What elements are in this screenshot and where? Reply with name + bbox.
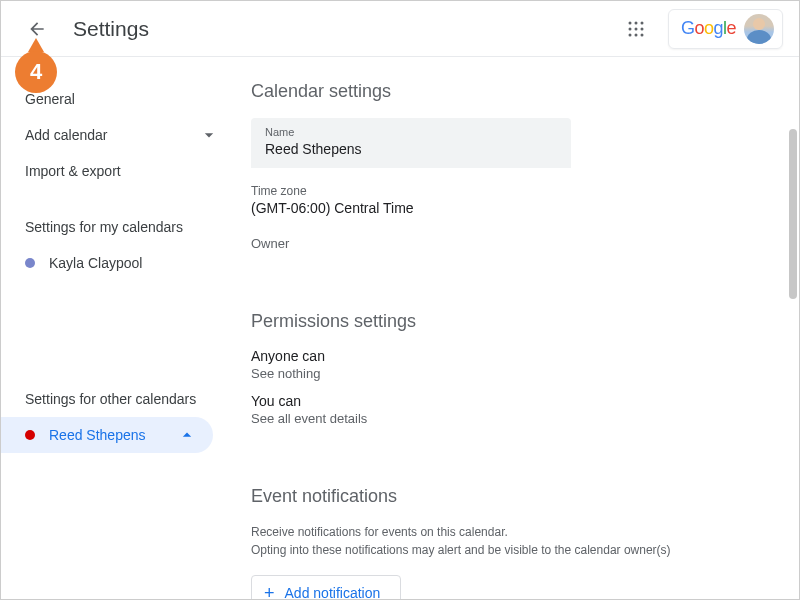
add-notification-button[interactable]: + Add notification [251, 575, 401, 600]
perm-anyone-can: Anyone can [251, 348, 759, 364]
svg-point-2 [640, 21, 643, 24]
apps-grid-button[interactable] [616, 9, 656, 49]
name-field-label: Name [265, 126, 557, 138]
svg-point-0 [628, 21, 631, 24]
perm-see-nothing: See nothing [251, 366, 759, 381]
chevron-down-icon [199, 125, 219, 145]
name-field[interactable]: Name Reed Sthepens [251, 118, 571, 168]
google-logo: Google [681, 18, 736, 39]
scrollbar-thumb[interactable] [789, 129, 797, 299]
calendar-color-dot [25, 430, 35, 440]
arrow-left-icon [27, 19, 47, 39]
section-title-calendar-settings: Calendar settings [251, 81, 759, 102]
timezone-label: Time zone [251, 184, 759, 198]
section-title-event-notifications: Event notifications [251, 486, 759, 507]
svg-point-1 [634, 21, 637, 24]
svg-point-6 [628, 33, 631, 36]
sidebar-item-general[interactable]: General [1, 81, 235, 117]
perm-you-can: You can [251, 393, 759, 409]
name-field-value: Reed Sthepens [265, 141, 362, 157]
apps-grid-icon [627, 20, 645, 38]
svg-point-5 [640, 27, 643, 30]
plus-icon: + [264, 584, 275, 600]
content-area: Calendar settings Name Reed Sthepens Tim… [235, 57, 799, 600]
sidebar-item-kayla[interactable]: Kayla Claypool [1, 245, 235, 281]
sidebar-item-import-export[interactable]: Import & export [1, 153, 235, 189]
sidebar: General Add calendar Import & export Set… [1, 57, 235, 600]
svg-point-8 [640, 33, 643, 36]
sidebar-item-add-calendar[interactable]: Add calendar [1, 117, 235, 153]
sidebar-heading-my-calendars: Settings for my calendars [1, 219, 235, 235]
svg-point-3 [628, 27, 631, 30]
sidebar-heading-other-calendars: Settings for other calendars [1, 391, 235, 407]
header: Settings Google [1, 1, 799, 57]
sidebar-item-reed[interactable]: Reed Sthepens [1, 417, 213, 453]
svg-point-4 [634, 27, 637, 30]
svg-point-7 [634, 33, 637, 36]
page-title: Settings [73, 17, 149, 41]
owner-label: Owner [251, 236, 759, 251]
account-brand-box[interactable]: Google [668, 9, 783, 49]
section-title-permissions: Permissions settings [251, 311, 759, 332]
chevron-up-icon [177, 425, 197, 445]
timezone-value: (GMT-06:00) Central Time [251, 200, 759, 216]
back-button[interactable] [17, 9, 57, 49]
notifications-description: Receive notifications for events on this… [251, 523, 759, 559]
calendar-color-dot [25, 258, 35, 268]
avatar[interactable] [744, 14, 774, 44]
perm-see-all: See all event details [251, 411, 759, 426]
